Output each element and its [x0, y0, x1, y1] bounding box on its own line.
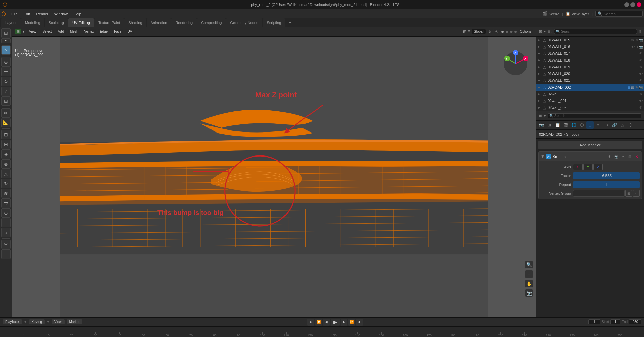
prop-object-icon[interactable]: ⬡ — [578, 121, 586, 129]
axis-z-btn[interactable]: Z — [593, 164, 603, 170]
menu-help[interactable]: Help — [71, 11, 84, 17]
modifier-edit-btn[interactable]: ✏ — [620, 153, 626, 160]
axis-x-btn[interactable]: X — [573, 164, 583, 170]
outliner-item-10[interactable]: ▶ △ 02wall_002 👁 — [536, 104, 644, 111]
camera-btn[interactable]: 📷 — [525, 289, 533, 297]
tool-inset[interactable]: ⊞ — [1, 140, 11, 149]
prop-world-icon[interactable]: 🌐 — [570, 121, 577, 129]
vis-icon-10[interactable]: 👁 — [639, 106, 643, 110]
mesh-menu[interactable]: Mesh — [68, 29, 80, 34]
shading-3[interactable]: ● — [510, 29, 513, 35]
tool-rotate[interactable]: ↻ — [1, 77, 11, 86]
outliner-item-0[interactable]: ▶ △ 01WALL_015 👁 ⊙ 📷 — [536, 37, 644, 43]
top-search-container[interactable]: 🔍 Search — [595, 11, 643, 17]
uv-menu[interactable]: UV — [125, 29, 134, 34]
tab-uv-editing[interactable]: UV Editing — [68, 18, 94, 27]
render-icon-1[interactable]: 📷 — [639, 45, 643, 49]
prop-particles-icon[interactable]: ✦ — [594, 121, 602, 129]
menu-file[interactable]: File — [9, 11, 20, 17]
sort-icon[interactable]: ↕ — [551, 30, 553, 33]
tool-edge-slide[interactable]: ⇉ — [1, 198, 11, 208]
tool-move[interactable]: ✛ — [1, 67, 11, 76]
vis-icon-8[interactable]: 👁 — [639, 92, 643, 96]
mode-dropdown[interactable]: ▼ — [1, 38, 11, 43]
camera-icon-7[interactable]: 📷 — [639, 86, 643, 89]
repeat-input[interactable] — [573, 181, 640, 188]
tab-add-button[interactable]: + — [286, 18, 294, 27]
modifier-close-btn[interactable]: ✕ — [634, 153, 640, 160]
viewport-ctrl-2[interactable]: ⊞ — [467, 29, 471, 34]
prev-frame-btn[interactable]: ⏪ — [315, 319, 322, 326]
outliner-settings-icon[interactable]: ⚙ — [638, 30, 641, 33]
mod-icon-7[interactable]: ⊟ — [631, 86, 634, 89]
prop-constraints-icon[interactable]: 🔗 — [611, 121, 618, 129]
axis-y-btn[interactable]: Y — [583, 164, 593, 170]
outliner-item-9[interactable]: ▶ △ 02wall_001 👁 — [536, 97, 644, 104]
outliner-item-4[interactable]: ▶ △ 01WALL_019 👁 — [536, 64, 644, 70]
tool-measure[interactable]: 📐 — [1, 118, 11, 127]
overlay-btn[interactable]: ⊙ — [487, 29, 493, 34]
outliner-item-6[interactable]: ▶ △ 01WALL_021 👁 — [536, 77, 644, 84]
tool-knife[interactable]: ✂ — [1, 240, 11, 249]
close-button[interactable] — [637, 2, 641, 7]
view-menu[interactable]: View — [27, 29, 39, 34]
prop-output-icon[interactable]: ⊞ — [546, 121, 553, 129]
breadcrumb-object[interactable]: 02ROAD_002 — [539, 132, 562, 136]
wireframe-btn[interactable]: ◎ — [494, 29, 500, 34]
play-btn[interactable]: ▶ — [331, 319, 340, 326]
next-keyframe-btn[interactable]: ▶ — [341, 319, 347, 326]
vis-icon-1[interactable]: 👁 — [631, 45, 635, 49]
add-menu[interactable]: Add — [56, 29, 66, 34]
select-menu[interactable]: Select — [40, 29, 54, 34]
tool-to-sphere[interactable]: ○ — [1, 228, 11, 237]
prop-scene-icon[interactable]: 🎬 — [562, 121, 569, 129]
options-btn[interactable]: Options — [518, 29, 533, 34]
prop-physics-icon[interactable]: ⊕ — [602, 121, 610, 129]
modifier-render-btn[interactable]: 📷 — [613, 153, 619, 160]
next-frame-btn[interactable]: ⏩ — [348, 319, 355, 326]
jump-start-btn[interactable]: ⏮ — [307, 319, 314, 326]
keying-btn[interactable]: Keying — [29, 319, 45, 324]
vis-icon-5[interactable]: 👁 — [639, 72, 643, 76]
tab-animation[interactable]: Animation — [147, 18, 171, 27]
tool-extrude[interactable]: ⊟ — [1, 130, 11, 139]
breadcrumb-modifier[interactable]: Smooth — [566, 132, 579, 136]
tool-select[interactable]: ↖ — [1, 45, 11, 55]
render-icon-0[interactable]: 📷 — [639, 38, 643, 42]
tool-cursor[interactable]: ⊕ — [1, 57, 11, 67]
vertex-group-arrow-btn[interactable]: ↔ — [633, 190, 640, 197]
maximize-button[interactable] — [630, 2, 635, 7]
tool-bisect[interactable]: — — [1, 249, 11, 259]
current-frame-input[interactable] — [588, 319, 600, 324]
disable-icon-1[interactable]: ⊙ — [635, 45, 638, 49]
start-frame-input[interactable] — [610, 319, 620, 324]
outliner-search-container[interactable]: 🔍 Search — [554, 29, 637, 34]
tool-loop-cut[interactable]: ⊗ — [1, 159, 11, 169]
vertex-menu[interactable]: Vertex — [82, 29, 96, 34]
edge-menu[interactable]: Edge — [98, 29, 110, 34]
outliner-item-3[interactable]: ▶ △ 01WALL_018 👁 — [536, 57, 644, 64]
tool-shrink[interactable]: ⊙ — [1, 208, 11, 218]
outliner-item-5[interactable]: ▶ △ 01WALL_020 👁 — [536, 70, 644, 77]
tool-annotate[interactable]: ✏ — [1, 108, 11, 118]
shading-2[interactable]: ● — [505, 29, 509, 35]
tab-texture-paint[interactable]: Texture Paint — [94, 18, 124, 27]
tab-rendering[interactable]: Rendering — [171, 18, 197, 27]
menu-render[interactable]: Render — [33, 11, 51, 17]
tool-poly-build[interactable]: △ — [1, 169, 11, 178]
jump-end-btn[interactable]: ⏭ — [356, 319, 363, 326]
tab-shading[interactable]: Shading — [124, 18, 146, 27]
prop-render-icon[interactable]: 📷 — [538, 121, 545, 129]
outliner-item-2[interactable]: ▶ △ 01WALL_017 👁 — [536, 50, 644, 57]
tool-spin[interactable]: ↻ — [1, 179, 11, 188]
tab-compositing[interactable]: Compositing — [197, 18, 226, 27]
3d-viewport[interactable]: ⊞ ▼ View Select Add Mesh Vertex Edge Fac… — [12, 27, 536, 317]
vertex-group-input[interactable] — [573, 190, 625, 197]
modifier-cage-btn[interactable]: ⊞ — [627, 153, 633, 160]
view-btn[interactable]: View — [52, 319, 65, 324]
vis-icon-9[interactable]: 👁 — [639, 99, 643, 103]
minimize-button[interactable] — [624, 2, 629, 7]
render-icon-7[interactable]: 👁 — [635, 86, 638, 89]
prop-material-icon[interactable]: ⬡ — [627, 121, 634, 129]
disable-icon-0[interactable]: ⊙ — [635, 38, 638, 42]
